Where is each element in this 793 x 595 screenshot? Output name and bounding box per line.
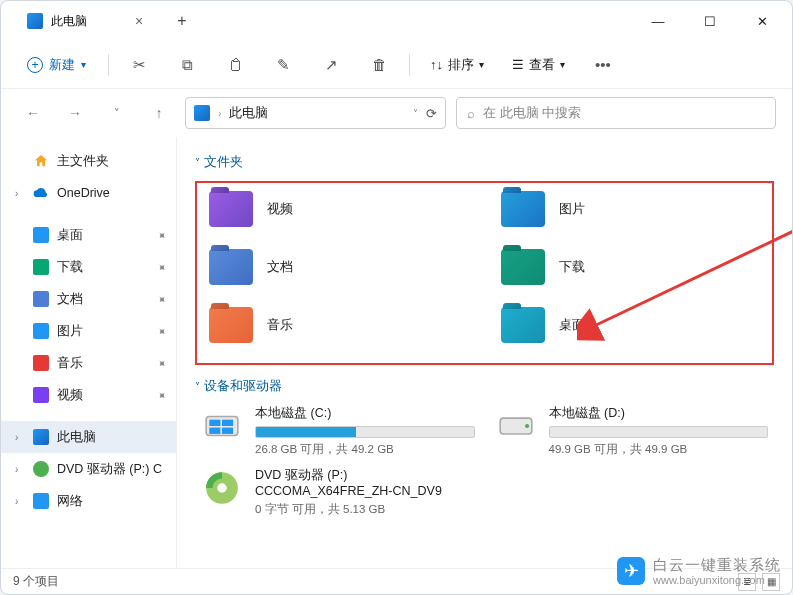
sort-button[interactable]: ↑↓ 排序 ▾	[422, 50, 492, 80]
drive-item[interactable]: DVD 驱动器 (P:)CCCOMA_X64FRE_ZH-CN_DV9 0 字节…	[201, 467, 475, 517]
sidebar-item-quick[interactable]: 下载 ✦	[1, 251, 176, 283]
share-icon[interactable]: ↗	[313, 47, 349, 83]
folder-icon	[209, 307, 253, 343]
tab-title: 此电脑	[51, 13, 87, 30]
folder-item[interactable]: 图片	[497, 187, 765, 231]
drive-name: 本地磁盘 (C:)	[255, 405, 475, 422]
drive-subtext: 0 字节 可用，共 5.13 GB	[255, 502, 475, 517]
folder-item[interactable]: 桌面	[497, 303, 765, 347]
home-icon	[33, 153, 49, 169]
drive-icon	[201, 405, 243, 447]
usage-bar	[255, 426, 475, 438]
folder-icon	[209, 249, 253, 285]
sidebar-item-this-pc[interactable]: › 此电脑	[1, 421, 176, 453]
divider	[108, 54, 109, 76]
close-icon[interactable]: ×	[135, 13, 143, 29]
minimize-button[interactable]: —	[636, 6, 680, 36]
cut-icon[interactable]: ✂	[121, 47, 157, 83]
folder-icon	[33, 291, 49, 307]
folder-icon	[501, 307, 545, 343]
new-button[interactable]: + 新建 ▾	[17, 50, 96, 80]
folder-icon	[33, 259, 49, 275]
status-text: 9 个项目	[13, 573, 59, 590]
drive-subtext: 49.9 GB 可用，共 49.9 GB	[549, 442, 769, 457]
sidebar-item-quick[interactable]: 音乐 ✦	[1, 347, 176, 379]
sidebar-item-quick[interactable]: 桌面 ✦	[1, 219, 176, 251]
folder-item[interactable]: 视频	[205, 187, 473, 231]
section-folders-header[interactable]: ˅ 文件夹	[195, 153, 774, 171]
drives-grid: 本地磁盘 (C:) 26.8 GB 可用，共 49.2 GB 本地磁盘 (D:)…	[195, 405, 774, 517]
chevron-down-icon: ▾	[81, 59, 86, 70]
pin-icon: ✦	[154, 259, 170, 275]
svg-point-6	[525, 424, 529, 428]
disc-icon	[33, 461, 49, 477]
sidebar-item-quick[interactable]: 图片 ✦	[1, 315, 176, 347]
folder-icon	[33, 387, 49, 403]
cloud-icon	[33, 185, 49, 201]
rename-icon[interactable]: ✎	[265, 47, 301, 83]
divider	[409, 54, 410, 76]
sidebar-item-onedrive[interactable]: › OneDrive	[1, 177, 176, 209]
more-icon[interactable]: •••	[585, 47, 621, 83]
chevron-right-icon: ›	[15, 464, 25, 475]
folder-item[interactable]: 音乐	[205, 303, 473, 347]
tab-this-pc[interactable]: 此电脑 ×	[13, 7, 157, 36]
refresh-icon[interactable]: ⟳	[426, 106, 437, 121]
pin-icon: ✦	[154, 227, 170, 243]
section-drives-header[interactable]: ˅ 设备和驱动器	[195, 377, 774, 395]
pc-icon	[194, 105, 210, 121]
sidebar-item-home[interactable]: 主文件夹	[1, 145, 176, 177]
plus-icon: +	[27, 57, 43, 73]
drive-icon	[201, 467, 243, 509]
main-panel: ˅ 文件夹 视频 图片 文档 下载 音乐 桌面 ˅ 设备和驱动器 本地磁盘 (C…	[177, 137, 792, 568]
sidebar-item-quick[interactable]: 视频 ✦	[1, 379, 176, 411]
delete-icon[interactable]: 🗑︎	[361, 47, 397, 83]
chevron-down-icon[interactable]: ˅	[413, 108, 418, 119]
svg-rect-1	[209, 420, 220, 426]
pin-icon: ✦	[154, 323, 170, 339]
folder-item[interactable]: 下载	[497, 245, 765, 289]
svg-rect-4	[222, 428, 233, 434]
pin-icon: ✦	[154, 387, 170, 403]
folders-grid: 视频 图片 文档 下载 音乐 桌面	[195, 181, 774, 365]
paste-icon[interactable]: 📋︎	[217, 47, 253, 83]
chevron-right-icon: ›	[15, 188, 25, 199]
drive-name: 本地磁盘 (D:)	[549, 405, 769, 422]
sidebar-item-quick[interactable]: 文档 ✦	[1, 283, 176, 315]
pin-icon: ✦	[154, 355, 170, 371]
copy-icon[interactable]: ⧉	[169, 47, 205, 83]
search-input[interactable]: ⌕ 在 此电脑 中搜索	[456, 97, 776, 129]
close-button[interactable]: ✕	[740, 6, 784, 36]
drive-item[interactable]: 本地磁盘 (C:) 26.8 GB 可用，共 49.2 GB	[201, 405, 475, 457]
folder-icon	[501, 249, 545, 285]
folder-icon	[33, 227, 49, 243]
chevron-down-icon: ˅	[195, 381, 200, 392]
forward-button[interactable]: →	[59, 97, 91, 129]
sidebar-item-dvd[interactable]: › DVD 驱动器 (P:) C	[1, 453, 176, 485]
sidebar-item-network[interactable]: › 网络	[1, 485, 176, 517]
back-button[interactable]: ←	[17, 97, 49, 129]
svg-rect-2	[222, 420, 233, 426]
chevron-right-icon: ›	[218, 108, 221, 119]
up-button[interactable]: ↑	[143, 97, 175, 129]
folder-item[interactable]: 文档	[205, 245, 473, 289]
view-button[interactable]: ☰ 查看 ▾	[504, 50, 573, 80]
chevron-down-icon: ▾	[560, 59, 565, 70]
new-tab-button[interactable]: +	[169, 8, 194, 34]
folder-icon	[33, 355, 49, 371]
watermark-logo: ✈	[617, 557, 645, 585]
usage-bar	[549, 426, 769, 438]
pc-icon	[33, 429, 49, 445]
chevron-right-icon: ›	[15, 432, 25, 443]
drive-item[interactable]: 本地磁盘 (D:) 49.9 GB 可用，共 49.9 GB	[495, 405, 769, 457]
new-label: 新建	[49, 56, 75, 74]
sidebar: 主文件夹 › OneDrive 桌面 ✦ 下载 ✦ 文档 ✦ 图片 ✦ 音乐 ✦…	[1, 137, 177, 568]
pc-icon	[27, 13, 43, 29]
recent-button[interactable]: ˅	[101, 97, 133, 129]
svg-point-8	[217, 483, 227, 493]
network-icon	[33, 493, 49, 509]
view-icon: ☰	[512, 57, 524, 72]
maximize-button[interactable]: ☐	[688, 6, 732, 36]
address-bar[interactable]: › 此电脑 ˅ ⟳	[185, 97, 446, 129]
address-path: 此电脑	[229, 104, 268, 122]
